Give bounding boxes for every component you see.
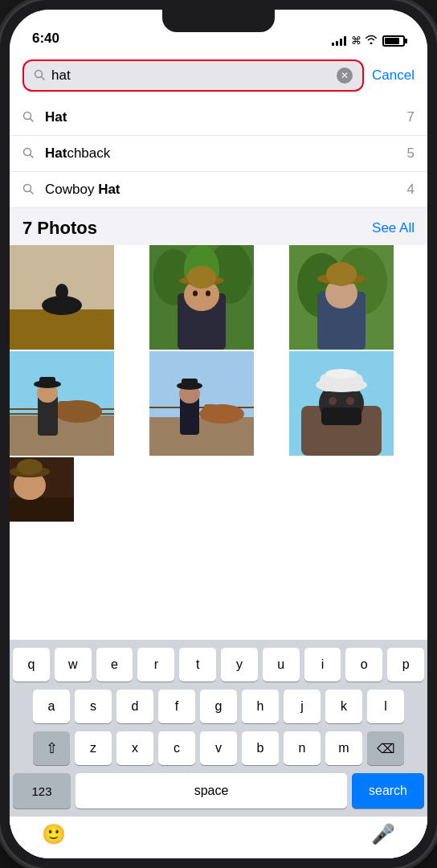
- keyboard-bottom-row: 123 space search: [13, 773, 424, 809]
- status-time: 6:40: [32, 31, 59, 47]
- photo-3[interactable]: [289, 245, 394, 350]
- svg-rect-58: [321, 407, 361, 425]
- photo-7[interactable]: [10, 457, 74, 522]
- suggestion-hat-text: Hat: [45, 109, 407, 125]
- key-t[interactable]: t: [179, 648, 216, 682]
- key-w[interactable]: w: [55, 648, 92, 682]
- search-icon: [34, 69, 45, 83]
- mic-icon[interactable]: 🎤: [371, 823, 395, 845]
- photo-grid: [10, 245, 427, 522]
- svg-point-55: [325, 369, 357, 379]
- section-header: 7 Photos See All: [10, 208, 427, 245]
- photo-2[interactable]: [149, 245, 254, 350]
- phone-screen: 6:40 ⌘: [10, 10, 427, 858]
- svg-rect-40: [39, 377, 55, 387]
- numeric-key[interactable]: 123: [13, 773, 71, 809]
- suggestion-hatchback[interactable]: Hatchback 5: [10, 136, 427, 172]
- svg-point-63: [17, 459, 43, 475]
- photo-4[interactable]: [10, 351, 114, 456]
- suggestion-hat[interactable]: Hat 7: [10, 100, 427, 136]
- suggestion-search-icon-2: [22, 147, 34, 161]
- key-p[interactable]: p: [387, 648, 424, 682]
- svg-point-22: [193, 291, 198, 297]
- keyboard-row-2: a s d f g h j k l: [13, 690, 424, 723]
- search-input[interactable]: hat: [51, 68, 337, 84]
- search-key[interactable]: search: [352, 773, 424, 809]
- key-f[interactable]: f: [158, 690, 195, 723]
- main-content: hat ✕ Cancel Hat 7: [10, 51, 427, 858]
- key-u[interactable]: u: [263, 648, 300, 682]
- svg-rect-49: [182, 379, 198, 388]
- suggestions-list: Hat 7 Hatchback 5: [10, 100, 427, 208]
- svg-rect-60: [10, 497, 74, 522]
- key-j[interactable]: j: [284, 690, 321, 723]
- svg-rect-13: [56, 295, 67, 309]
- suggestion-cowboy-hat-count: 4: [407, 182, 415, 198]
- key-s[interactable]: s: [75, 690, 112, 723]
- search-clear-button[interactable]: ✕: [337, 68, 353, 84]
- space-key[interactable]: space: [76, 773, 347, 809]
- key-g[interactable]: g: [200, 690, 237, 723]
- svg-point-57: [346, 397, 354, 405]
- key-e[interactable]: e: [96, 648, 133, 682]
- svg-line-1: [42, 76, 45, 80]
- svg-point-21: [187, 266, 216, 289]
- key-c[interactable]: c: [158, 731, 195, 765]
- suggestion-hatchback-text: Hatchback: [45, 145, 407, 162]
- key-z[interactable]: z: [75, 731, 112, 765]
- key-a[interactable]: a: [33, 690, 70, 723]
- suggestion-hat-count: 7: [407, 109, 415, 125]
- svg-rect-32: [10, 416, 114, 456]
- key-y[interactable]: y: [221, 648, 258, 682]
- key-h[interactable]: h: [242, 690, 279, 723]
- key-v[interactable]: v: [200, 731, 237, 765]
- photo-1[interactable]: [10, 245, 114, 350]
- bottom-bar: 🙂 🎤: [10, 817, 427, 858]
- svg-line-7: [31, 190, 34, 194]
- suggestion-search-icon-1: [22, 111, 34, 125]
- svg-rect-42: [149, 417, 254, 456]
- key-q[interactable]: q: [13, 648, 50, 682]
- svg-rect-9: [10, 309, 114, 350]
- status-icons: ⌘: [332, 35, 405, 47]
- delete-button[interactable]: ⌫: [367, 731, 404, 765]
- key-m[interactable]: m: [325, 731, 362, 765]
- notch: [162, 10, 275, 32]
- svg-point-23: [206, 291, 210, 297]
- key-d[interactable]: d: [116, 690, 153, 723]
- cancel-button[interactable]: Cancel: [372, 68, 415, 84]
- keyboard: q w e r t y u i o p a s d f g: [10, 640, 427, 817]
- suggestion-hatchback-count: 5: [407, 145, 415, 162]
- see-all-button[interactable]: See All: [372, 220, 415, 236]
- suggestion-cowboy-hat[interactable]: Cowboy Hat 4: [10, 172, 427, 208]
- svg-rect-36: [58, 401, 72, 419]
- search-input-wrapper[interactable]: hat ✕: [22, 59, 364, 92]
- svg-point-56: [329, 397, 337, 405]
- section-title: 7 Photos: [22, 218, 97, 239]
- svg-line-5: [31, 154, 34, 158]
- phone-frame: 6:40 ⌘: [0, 0, 437, 868]
- svg-rect-45: [204, 404, 216, 420]
- suggestion-search-icon-3: [22, 183, 34, 197]
- key-x[interactable]: x: [116, 731, 153, 765]
- shift-button[interactable]: ⇧: [33, 731, 70, 765]
- suggestion-cowboy-hat-text: Cowboy Hat: [45, 182, 407, 198]
- search-bar-area: hat ✕ Cancel: [10, 51, 427, 100]
- wifi-icon: ⌘: [351, 35, 378, 47]
- photo-5[interactable]: [149, 351, 254, 456]
- signal-bars-icon: [332, 36, 346, 46]
- keyboard-row-3: ⇧ z x c v b n m ⌫: [13, 731, 424, 765]
- keyboard-row-1: q w e r t y u i o p: [13, 648, 424, 682]
- svg-line-3: [31, 118, 34, 121]
- svg-point-30: [326, 262, 357, 286]
- emoji-icon[interactable]: 🙂: [42, 823, 66, 845]
- key-k[interactable]: k: [325, 690, 362, 723]
- key-i[interactable]: i: [304, 648, 341, 682]
- photo-6[interactable]: [289, 351, 394, 456]
- key-b[interactable]: b: [242, 731, 279, 765]
- key-n[interactable]: n: [284, 731, 321, 765]
- battery-icon: [382, 35, 405, 47]
- key-o[interactable]: o: [345, 648, 382, 682]
- key-r[interactable]: r: [137, 648, 174, 682]
- key-l[interactable]: l: [367, 690, 404, 723]
